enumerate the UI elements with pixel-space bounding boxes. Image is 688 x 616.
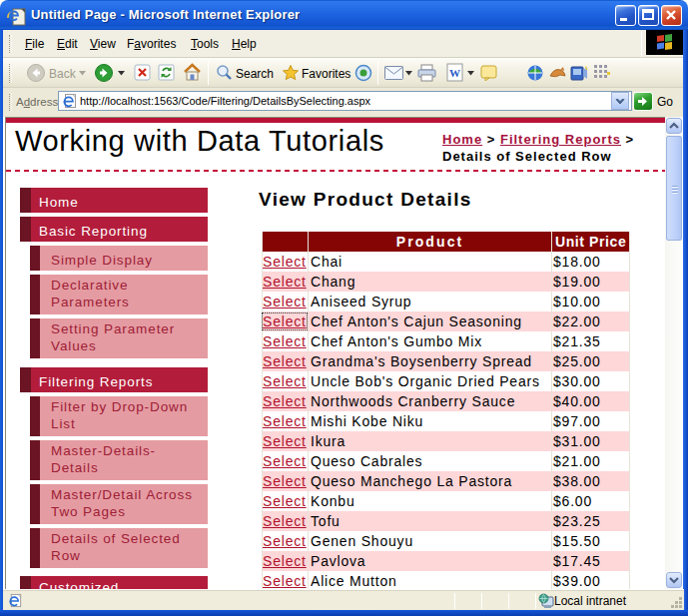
- svg-text:W: W: [449, 67, 460, 79]
